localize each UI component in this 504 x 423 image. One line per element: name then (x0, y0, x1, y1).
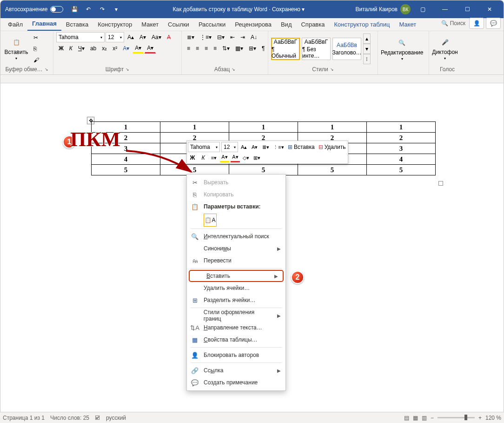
paste-button[interactable]: 📋 Вставить▾ (3, 33, 29, 65)
shading-icon[interactable]: ▦▾ (233, 43, 245, 54)
mini-font-combo[interactable]: Tahoma▾ (188, 142, 220, 152)
status-page[interactable]: Страница 1 из 1 (3, 415, 45, 421)
redo-icon[interactable]: ↷ (97, 4, 108, 15)
ctx-text-direction[interactable]: ⇅AНаправление текста… (187, 322, 285, 334)
styles-down-icon[interactable]: ▾ (363, 44, 371, 54)
tab-references[interactable]: Ссылки (163, 19, 194, 31)
share-button[interactable]: 👤 (469, 18, 484, 29)
tab-table-layout[interactable]: Макет (394, 19, 421, 31)
tab-review[interactable]: Рецензирова (230, 19, 276, 31)
mini-borders-icon[interactable]: ⊞▾ (252, 153, 262, 162)
bold-button[interactable]: Ж (56, 43, 66, 54)
search-box[interactable]: 🔍 Поиск (439, 19, 467, 28)
mini-shrink-icon[interactable]: A▾ (250, 142, 259, 152)
show-marks-icon[interactable]: ¶ (259, 43, 267, 54)
bullets-icon[interactable]: ≣▾ (185, 32, 197, 42)
style-heading1[interactable]: АаБбВвЗаголово… (332, 38, 361, 60)
editing-menu[interactable]: 🔍Редактирование▾ (381, 34, 423, 65)
change-case-icon[interactable]: Aa▾ (149, 32, 164, 42)
mini-bullets-icon[interactable]: ≣▾ (261, 142, 271, 152)
ctx-cut[interactable]: ✂Вырезать (187, 176, 285, 188)
maximize-icon[interactable]: ☐ (457, 1, 477, 17)
borders-icon[interactable]: ⊞▾ (246, 43, 259, 54)
qat-more-icon[interactable]: ▾ (111, 4, 122, 15)
tab-mailings[interactable]: Рассылки (194, 19, 230, 31)
page[interactable]: ✥ 11111 22222 33333 44444 55555 1 ПКМ Ta… (14, 83, 495, 401)
zoom-in-icon[interactable]: + (478, 415, 482, 421)
sort-icon[interactable]: A↓ (248, 32, 259, 42)
tab-view[interactable]: Вид (276, 19, 297, 31)
read-mode-icon[interactable]: ▤ (404, 415, 409, 421)
styles-up-icon[interactable]: ▴ (363, 34, 371, 44)
ribbon-display-icon[interactable]: ▢ (412, 1, 433, 17)
status-language[interactable]: русский (106, 415, 126, 421)
mini-italic-button[interactable]: К (199, 153, 208, 162)
mini-bold-button[interactable]: Ж (188, 153, 197, 162)
format-painter-icon[interactable]: 🖌 (31, 55, 41, 65)
dialog-launcher-icon[interactable]: ↘ (126, 67, 129, 72)
align-center-icon[interactable]: ≡ (193, 43, 201, 54)
tab-home[interactable]: Главная (27, 18, 61, 31)
tab-layout[interactable]: Макет (137, 19, 163, 31)
text-effects-icon[interactable]: A▾ (120, 43, 132, 54)
dialog-launcher-icon[interactable]: ↘ (45, 67, 48, 72)
highlight-icon[interactable]: A▾ (133, 43, 144, 54)
ctx-delete-cells[interactable]: Удалить ячейки… (187, 282, 285, 294)
save-icon[interactable]: 💾 (69, 4, 80, 15)
tab-design[interactable]: Конструктор (93, 19, 137, 31)
line-spacing-icon[interactable]: ⇅▾ (220, 43, 232, 54)
ctx-synonyms[interactable]: Синонимы▶ (187, 242, 285, 255)
mini-numbers-icon[interactable]: ⋮≡▾ (272, 142, 285, 152)
italic-button[interactable]: К (67, 43, 75, 54)
ctx-copy[interactable]: ⎘Копировать (187, 188, 285, 201)
tab-insert[interactable]: Вставка (61, 19, 93, 31)
tab-file[interactable]: Файл (3, 19, 27, 31)
font-name-combo[interactable]: Tahoma▾ (56, 32, 105, 42)
print-layout-icon[interactable]: ▦ (413, 415, 418, 421)
user-account[interactable]: Виталий Каиров ВК (355, 4, 411, 14)
zoom-slider[interactable] (438, 417, 475, 418)
ctx-translate[interactable]: 🗛Перевести (187, 255, 285, 267)
status-words[interactable]: Число слов: 25 (50, 415, 89, 421)
autosave-toggle[interactable]: Автосохранение (2, 6, 66, 13)
tab-help[interactable]: Справка (296, 19, 329, 31)
zoom-out-icon[interactable]: − (431, 415, 434, 421)
mini-delete-button[interactable]: ⊟Удалить (317, 142, 347, 152)
mini-shading-icon[interactable]: ◇▾ (241, 153, 251, 162)
multilevel-icon[interactable]: ⊟▾ (215, 32, 227, 42)
style-nospace[interactable]: АаБбВвГ¶ Без инте… (302, 38, 331, 60)
web-layout-icon[interactable]: ▥ (422, 415, 427, 421)
strike-button[interactable]: ab (88, 43, 99, 54)
mini-highlight-icon[interactable]: A▾ (220, 153, 229, 162)
mini-grow-icon[interactable]: A▴ (239, 142, 249, 152)
ctx-new-comment[interactable]: 💬Создать примечание (187, 376, 285, 389)
copy-icon[interactable]: ⎘ (31, 44, 41, 54)
minimize-icon[interactable]: — (435, 1, 455, 17)
ruler-horizontal[interactable] (0, 75, 504, 83)
ctx-split-cells[interactable]: ⊞Разделить ячейки… (187, 294, 285, 306)
shrink-font-icon[interactable]: A▾ (137, 32, 148, 42)
dictate-button[interactable]: 🎤Диктофон▾ (432, 33, 458, 65)
underline-button[interactable]: Ч▾ (76, 43, 87, 54)
dialog-launcher-icon[interactable]: ↘ (330, 67, 334, 72)
zoom-level[interactable]: 120 % (485, 415, 501, 421)
styles-more-icon[interactable]: ⁝ (363, 54, 371, 64)
comments-button[interactable]: 💬 (486, 18, 501, 29)
align-right-icon[interactable]: ≡ (202, 43, 210, 54)
clear-format-icon[interactable]: A̶ (165, 32, 173, 42)
cut-icon[interactable]: ✂ (31, 33, 41, 43)
spell-check-icon[interactable]: 🗹 (95, 415, 100, 421)
mini-fontcolor-icon[interactable]: A▾ (231, 153, 240, 162)
font-size-combo[interactable]: 12▾ (106, 32, 124, 42)
tab-table-design[interactable]: Конструктор таблиц (329, 19, 394, 31)
ctx-block-authors[interactable]: 👤Блокировать авторов (187, 349, 285, 361)
ctx-insert[interactable]: Вставить▶ (189, 270, 284, 282)
mini-align-icon[interactable]: ≡▾ (209, 153, 219, 162)
undo-icon[interactable]: ↶ (83, 4, 94, 15)
grow-font-icon[interactable]: A▴ (125, 32, 136, 42)
mini-insert-button[interactable]: ⊞Вставка (286, 142, 316, 152)
ctx-border-styles[interactable]: Стили оформления границ▶ (187, 309, 285, 322)
indent-icon[interactable]: ⇥ (238, 32, 247, 42)
table-resize-handle[interactable] (438, 181, 443, 186)
font-color-icon[interactable]: A▾ (145, 43, 156, 54)
